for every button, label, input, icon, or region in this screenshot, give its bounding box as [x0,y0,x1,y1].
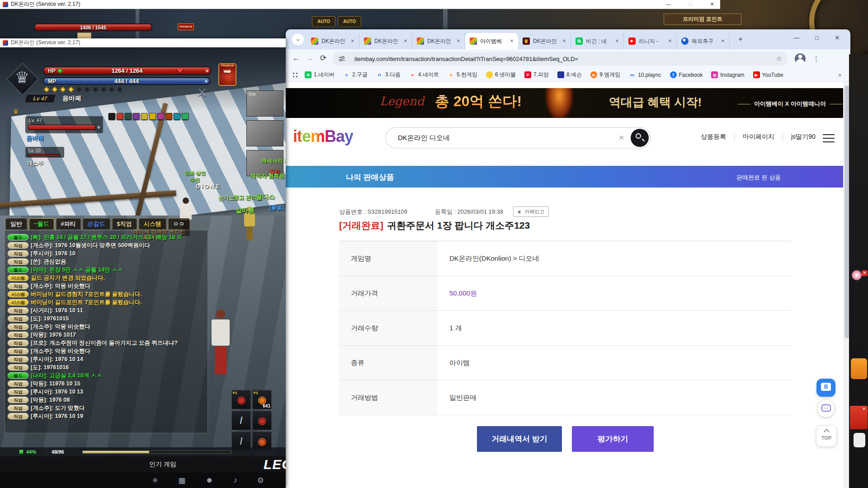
review-button[interactable]: 평가하기 [572,426,654,452]
scroll-top-button[interactable]: TOP [816,425,837,447]
hp-dropdown-icon[interactable] [176,69,184,73]
bg-maximize-button[interactable]: □ [684,0,697,9]
browser-tab[interactable]: DK온라인 [518,33,571,49]
chat-log[interactable]: 월드 [빠]: 진홍 14 / 골펠 17 / 벤투스 20 / 프리거스 13… [5,230,208,433]
reload-button[interactable]: ⟳ [316,52,330,66]
bookmarks-overflow-icon[interactable] [838,72,841,78]
forward-button[interactable]: → [303,52,316,66]
browser-maximize-button[interactable]: □ [808,29,826,47]
bookmark-item[interactable]: m 9.엠게임 [590,71,620,79]
orange-app-tile[interactable] [851,358,867,379]
promo-banner[interactable]: Legend 총 20억 쏜다! 역대급 혜택 시작! 아이템베이 X 아이템매… [286,88,843,118]
dual-swords-icon[interactable]: ⚔ [197,86,207,99]
receipt-button[interactable]: 거래내역서 받기 [477,426,562,452]
bookmark-item[interactable]: ◎ Instagram [711,71,744,78]
buff-icon[interactable] [157,113,164,120]
chat-tab[interactable]: ㅇㅇ [168,218,190,230]
browser-tab[interactable]: DK온라인 [307,33,359,49]
browser-close-button[interactable]: ✕ [828,29,846,47]
buff-icon[interactable] [174,113,180,120]
address-bar[interactable]: itembay.com/item/transaction/transaction… [333,52,788,66]
system-icon[interactable]: ♪ [233,476,237,485]
bookmark-item[interactable]: N 1.네이버 [305,71,335,79]
system-icon[interactable]: ⚙ [257,476,264,485]
bookmark-item[interactable]: P 7.피망 [524,71,549,79]
header-link[interactable]: js딸기90 [783,133,824,141]
chat-tab[interactable]: 일반 [5,218,27,230]
tab-close-icon[interactable] [349,38,356,45]
browser-tab[interactable]: DK온라인 [412,33,465,49]
url-text[interactable]: itembay.com/item/transaction/transaction… [354,56,776,62]
buff-icon[interactable] [182,113,189,120]
auto-button-2[interactable]: AUTO [338,16,361,27]
report-button[interactable]: 거래신고 [513,206,549,217]
chat-tab[interactable]: #파티 [56,218,81,230]
browser-tab[interactable]: 비긴 : 네 [571,33,624,49]
tab-search-icon[interactable]: ⌄ [292,33,304,45]
bookmark-item[interactable]: G 5.한게임 [448,71,477,79]
tab-close-icon[interactable] [455,38,462,45]
chat-tab[interactable]: 시스템 [139,218,166,230]
bookmark-item[interactable]: nc 10.plaync [629,71,661,78]
subnav-right-link[interactable]: 판매완료 된 상품 [736,174,781,182]
search-clear-icon[interactable] [618,134,624,142]
red-app-tile[interactable]: ✕ [850,406,868,429]
site-settings-icon[interactable] [338,55,345,62]
quickslot-cell[interactable]: ◉ [252,411,272,430]
bookmark-item[interactable]: 8.넥슨 [557,71,582,79]
hamburger-menu-icon[interactable] [823,134,835,135]
itembay-logo[interactable]: itemBay [293,127,353,146]
back-button[interactable]: ← [289,52,303,66]
browser-menu-icon[interactable] [813,55,820,63]
buff-icon[interactable] [165,113,172,120]
buff-icon[interactable] [133,113,140,120]
tab-close-icon[interactable] [402,38,409,45]
system-icon[interactable]: ☻ [205,476,213,485]
player-character[interactable] [212,310,230,374]
bookmark-item[interactable]: G 2.구글 [343,71,368,79]
buff-icon[interactable] [125,113,132,120]
close-icon[interactable]: ✕ [862,270,868,276]
buff-icon[interactable] [141,113,148,120]
chat-tab[interactable]: ~월드 [29,218,54,230]
search-input[interactable] [397,134,618,142]
header-link[interactable]: 상품등록 [693,133,734,141]
browser-tab[interactable]: DK온라인 [359,33,412,49]
bookmark-item[interactable]: ▶ YouTube [753,71,783,78]
header-link[interactable]: 마이페이지 [734,133,783,141]
search-button[interactable] [631,129,649,147]
system-icon[interactable]: ▦ [178,476,185,485]
browser-minimize-button[interactable]: — [788,29,806,47]
tab-close-icon[interactable] [719,38,726,45]
scrollbar-thumb[interactable] [844,85,849,338]
bookmark-star-icon[interactable] [776,55,782,63]
white-app-tile[interactable] [854,433,865,447]
auto-button-1[interactable]: AUTO [312,16,335,27]
chat-tab[interactable]: $직업 [112,218,137,230]
tab-close-icon[interactable] [666,38,674,45]
tab-close-icon[interactable] [613,38,621,45]
side-panel[interactable] [246,120,283,146]
tab-close-icon[interactable] [508,38,515,45]
buff-icon[interactable] [149,113,156,120]
talk-widget-button[interactable]: ··· [817,399,835,418]
bg-minimize-button[interactable]: — [662,0,675,9]
buff-icon[interactable] [117,113,123,120]
profile-avatar[interactable] [795,53,806,64]
side-panel[interactable]: Exp [246,90,283,117]
quickslot-cell[interactable]: / [231,411,251,430]
bookmark-item[interactable]: 6.넷마블 [486,71,516,79]
browser-tab[interactable]: 해외축구 [677,33,730,49]
bookmark-item[interactable]: f Facebook [670,71,703,78]
tab-close-icon[interactable] [561,38,568,45]
system-icon[interactable]: ✳ [152,476,158,485]
apps-grid-icon[interactable] [292,72,298,78]
premium-point-banner[interactable]: 프리미엄 포인트 [664,14,741,25]
new-tab-button[interactable] [735,34,746,45]
browser-tab[interactable]: 리니지 - [624,33,677,49]
premium-shop-button[interactable]: PREMIUM ➥ [218,63,236,86]
chat-widget-button[interactable]: B [816,379,835,397]
bookmark-item[interactable]: n 4.네이트 [409,71,439,79]
buff-icon[interactable] [108,113,115,120]
bg-close-button[interactable]: ✕ [705,0,719,9]
